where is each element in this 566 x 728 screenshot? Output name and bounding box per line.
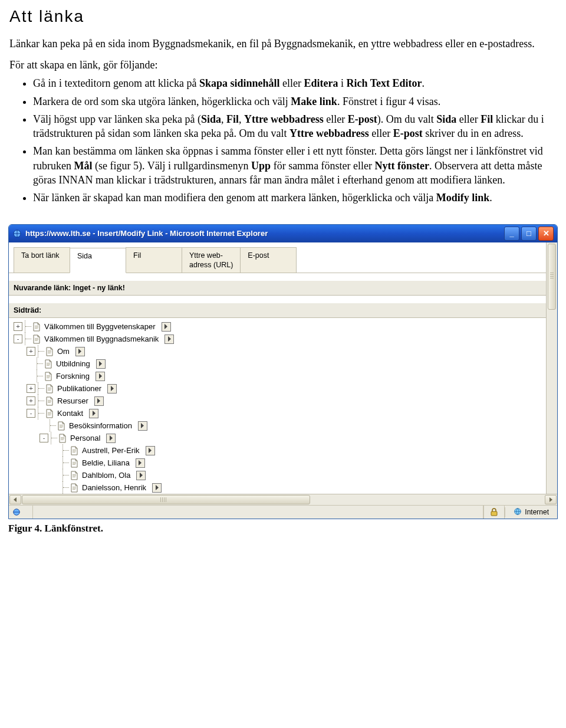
tree-row[interactable]: Forskning [14, 370, 546, 382]
titlebar[interactable]: https://www.lth.se - Insert/Modify Link … [9, 225, 557, 242]
svg-rect-22 [48, 412, 51, 413]
svg-rect-20 [48, 401, 51, 402]
scroll-right-button[interactable] [545, 495, 557, 504]
svg-rect-36 [73, 464, 75, 465]
tree-item-label: Danielsson, Henrik [82, 483, 146, 492]
list-item: Markera de ord som ska utgöra länken, hö… [33, 94, 557, 109]
svg-rect-38 [73, 476, 76, 476]
maximize-button[interactable]: □ [521, 227, 537, 241]
page-icon [45, 396, 54, 406]
svg-rect-4 [35, 338, 38, 339]
play-icon[interactable] [107, 384, 117, 393]
play-icon[interactable] [136, 458, 145, 468]
play-icon[interactable] [164, 335, 174, 344]
play-icon[interactable] [136, 471, 146, 480]
svg-rect-10 [47, 363, 50, 363]
scroll-left-button[interactable] [9, 495, 21, 504]
tree-row[interactable]: +Resurser [14, 395, 546, 407]
tree-row[interactable]: -Personal [14, 432, 546, 444]
play-icon[interactable] [96, 359, 106, 369]
expand-icon[interactable]: + [14, 322, 22, 331]
tree-row[interactable]: Utbildning [14, 358, 546, 370]
tab-yttre-webbadress[interactable]: Yttre web- adress (URL) [182, 247, 241, 273]
collapse-icon[interactable]: - [27, 409, 35, 418]
vertical-scrollbar[interactable] [546, 242, 557, 494]
svg-rect-41 [73, 488, 76, 488]
play-icon[interactable] [75, 347, 85, 356]
play-icon[interactable] [146, 446, 155, 455]
svg-rect-19 [48, 400, 51, 401]
globe-icon [514, 507, 522, 517]
tree-item-label: Resurser [57, 396, 88, 405]
tree-spacer [52, 459, 60, 467]
tab-sida[interactable]: Sida [70, 248, 126, 274]
page-icon [32, 335, 41, 344]
svg-rect-21 [48, 402, 51, 403]
collapse-icon[interactable]: - [14, 335, 22, 343]
minimize-button[interactable]: _ [504, 227, 519, 241]
collapse-icon[interactable]: - [40, 434, 48, 442]
svg-rect-39 [73, 477, 75, 477]
tab-remove-link[interactable]: Ta bort länk [14, 247, 70, 273]
svg-rect-14 [47, 376, 50, 377]
lead-paragraph: För att skapa en länk, gör följande: [9, 59, 557, 71]
page-icon [58, 434, 67, 443]
svg-rect-6 [35, 340, 38, 341]
svg-rect-3 [35, 328, 38, 329]
tree-row[interactable]: -Kontakt [14, 407, 546, 419]
play-icon[interactable] [89, 409, 98, 418]
page-icon [70, 446, 78, 455]
svg-rect-30 [61, 440, 64, 440]
play-icon[interactable] [152, 483, 162, 493]
svg-rect-17 [48, 389, 51, 389]
expand-icon[interactable]: + [27, 347, 35, 356]
tree-row[interactable]: Besöksinformation [14, 419, 546, 432]
play-icon[interactable] [138, 421, 147, 431]
page-icon [70, 483, 78, 493]
svg-rect-2 [35, 327, 38, 327]
tree-row[interactable]: +Om [14, 345, 546, 358]
play-icon[interactable] [96, 372, 105, 381]
tree-row[interactable]: Beldie, Liliana [14, 457, 546, 469]
horizontal-scrollbar[interactable] [9, 494, 557, 505]
zone-label: Internet [525, 508, 549, 516]
tab-fil[interactable]: Fil [126, 247, 182, 273]
tree-spacer [27, 360, 34, 368]
tree-item-label: Välkommen till Byggnadsmekanik [44, 335, 159, 343]
tree-row[interactable]: Dahlblom, Ola [14, 469, 546, 481]
svg-rect-37 [73, 474, 76, 475]
scrollbar-thumb[interactable] [22, 495, 310, 504]
tree-item-label: Publikationer [57, 384, 101, 393]
current-link-label: Nuvarande länk: Inget - ny länk! [9, 280, 546, 296]
ie-logo-icon [9, 506, 33, 519]
tree-row[interactable]: Danielsson, Henrik [14, 481, 546, 494]
play-icon[interactable] [106, 434, 116, 443]
status-bar: Internet [9, 505, 557, 519]
svg-rect-31 [73, 450, 76, 450]
list-item: Välj högst upp var länken ska peka på (S… [33, 112, 557, 141]
ie-icon [12, 229, 22, 238]
tree-heading: Sidträd: [9, 303, 546, 318]
expand-icon[interactable]: + [27, 396, 35, 405]
scrollbar-thumb[interactable] [548, 244, 556, 310]
page-icon [45, 384, 54, 393]
tree-row[interactable]: +Välkommen till Byggvetenskaper [14, 320, 546, 333]
tab-epost[interactable]: E-post [240, 247, 297, 273]
svg-rect-18 [48, 390, 51, 391]
close-button[interactable]: ✕ [538, 227, 554, 241]
window-title: https://www.lth.se - Insert/Modify Link … [25, 229, 504, 238]
tree-row[interactable]: Austrell, Per-Erik [14, 444, 546, 457]
play-icon[interactable] [94, 396, 104, 406]
tree-item-label: Välkommen till Byggvetenskaper [44, 322, 156, 331]
play-icon[interactable] [162, 322, 171, 332]
svg-rect-7 [48, 350, 51, 351]
tree-item-label: Utbildning [56, 359, 90, 368]
list-item: Gå in i texteditorn genom att klicka på … [33, 76, 557, 90]
svg-rect-34 [73, 462, 76, 463]
expand-icon[interactable]: + [27, 384, 35, 393]
svg-rect-40 [73, 487, 76, 487]
page-icon [45, 347, 54, 356]
tree-row[interactable]: +Publikationer [14, 382, 546, 395]
tree-row[interactable]: -Välkommen till Byggnadsmekanik [14, 333, 546, 345]
tree-spacer [52, 484, 60, 491]
